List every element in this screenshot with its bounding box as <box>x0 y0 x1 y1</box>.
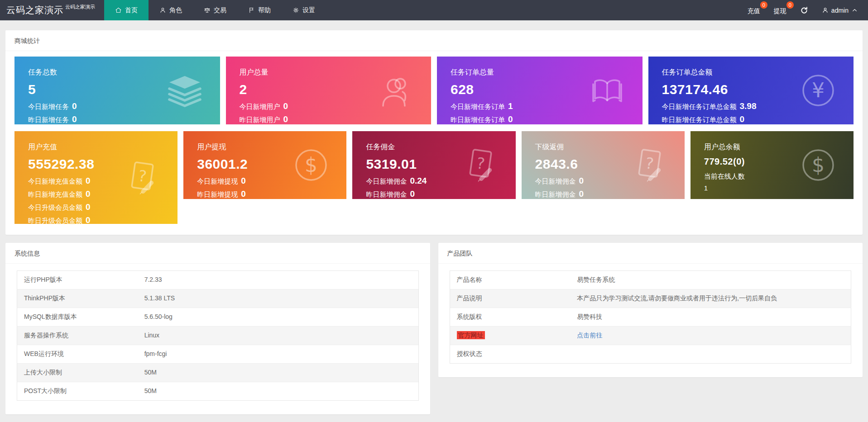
navbar-right: 充值 0 提现 0 admin <box>748 0 868 20</box>
withdraw-badge: 0 <box>786 1 794 9</box>
stat-line-label: 当前在线人数 <box>704 172 745 180</box>
row-label: ThinkPHP版本 <box>17 289 138 308</box>
system-info-title: 系统信息 <box>5 243 430 264</box>
row-label: WEB运行环境 <box>17 345 138 363</box>
menu-item-trade[interactable]: 交易 <box>193 0 237 20</box>
user-icon <box>159 7 166 14</box>
user-icon <box>378 72 414 109</box>
menu-label: 帮助 <box>258 6 271 14</box>
stat-line-label: 今日新增任务 <box>28 103 69 110</box>
row-label: 官方网址 <box>450 327 571 345</box>
stat-card-user-balance: 用户总余额 779.52(0) 当前在线人数 1 $ <box>691 131 854 199</box>
svg-text:?: ? <box>137 166 148 185</box>
stat-card-order-amount: 任务订单总金额 137174.46 今日新增任务订单总金额3.98 昨日新增任务… <box>648 57 854 124</box>
svg-text:$: $ <box>305 153 317 176</box>
row-label: POST大小限制 <box>17 382 138 400</box>
row-label: 授权状态 <box>450 345 571 363</box>
svg-text:$: $ <box>812 153 825 176</box>
svg-text:?: ? <box>475 154 485 173</box>
stat-line-label: 昨日新增佣金 <box>366 190 407 198</box>
chevron-up-icon <box>851 7 858 14</box>
stat-line-label: 昨日新增提现 <box>197 190 238 198</box>
row-label: 产品说明 <box>450 289 571 308</box>
recharge-badge: 0 <box>760 1 767 9</box>
system-info-table: 运行PHP版本 7.2.33 ThinkPHP版本 5.1.38 LTS MyS… <box>17 270 419 401</box>
doc-question-icon: ? <box>462 147 499 183</box>
product-team-table: 产品名称 易赞任务系统 产品说明 本产品只为学习测试交流,请勿要做商业或者用于违… <box>450 270 852 364</box>
row-label: 服务器操作系统 <box>17 327 138 345</box>
table-row: MySQL数据库版本 5.6.50-log <box>17 308 418 327</box>
stat-line-value: 1 <box>508 101 513 111</box>
row-value: 点击前往 <box>570 327 851 345</box>
book-icon <box>589 72 625 109</box>
flag-icon <box>248 7 255 14</box>
row-value: 5.6.50-log <box>138 308 418 326</box>
stat-line-label: 今日新增提现 <box>197 177 238 185</box>
row-value: 易赞任务系统 <box>570 271 851 289</box>
product-team-panel: 产品团队 产品名称 易赞任务系统 产品说明 本产品只为学习测试交流,请勿要做商业… <box>438 243 863 377</box>
table-row: 授权状态 <box>450 345 851 363</box>
recharge-button[interactable]: 充值 0 <box>748 5 760 15</box>
brand-logo[interactable]: 云码之家演示 云码之家演示 <box>0 0 101 20</box>
system-info-panel: 系统信息 运行PHP版本 7.2.33 ThinkPHP版本 5.1.38 LT… <box>5 243 430 414</box>
menu-item-role[interactable]: 角色 <box>149 0 193 20</box>
table-row: 产品说明 本产品只为学习测试交流,请勿要做商业或者用于违法行为,一切后果自负 <box>450 289 851 308</box>
withdraw-label: 提现 <box>774 7 786 14</box>
official-site-label: 官方网址 <box>457 331 485 339</box>
menu-item-home[interactable]: 首页 <box>104 0 149 20</box>
stat-line-value: 0 <box>740 114 745 124</box>
table-row: 系统版权 易赞科技 <box>450 308 851 327</box>
stat-line-value: 0 <box>508 114 513 124</box>
stat-card-task-total: 任务总数 5 今日新增任务0 昨日新增任务0 <box>14 57 220 124</box>
dollar-icon: $ <box>800 147 836 183</box>
table-row: 运行PHP版本 7.2.33 <box>17 271 418 289</box>
stat-line-label: 今日新增佣金 <box>535 177 576 185</box>
table-row: ThinkPHP版本 5.1.38 LTS <box>17 289 418 308</box>
brand-subtitle: 云码之家演示 <box>65 4 95 10</box>
stat-line-value: 0 <box>579 189 584 199</box>
row-value: 50M <box>138 364 418 382</box>
refresh-icon <box>800 6 808 14</box>
username: admin <box>831 7 849 14</box>
user-dropdown[interactable]: admin <box>822 7 858 14</box>
row-label: 运行PHP版本 <box>17 271 138 289</box>
row-value <box>570 345 851 363</box>
stat-card-user-recharge: 用户充值 555292.38 今日新增充值金额0 昨日新增充值金额0 今日升级会… <box>14 131 177 224</box>
product-team-title: 产品团队 <box>438 243 863 264</box>
menu-item-settings[interactable]: 设置 <box>282 0 326 20</box>
stat-line-label: 昨日新增任务订单总金额 <box>662 116 737 123</box>
stat-card-sub-rebate: 下级返佣 2843.6 今日新增佣金0 昨日新增佣金0 ? <box>522 131 685 199</box>
stat-line-label: 昨日新增佣金 <box>535 190 576 198</box>
row-label: MySQL数据库版本 <box>17 308 138 326</box>
row-value: 本产品只为学习测试交流,请勿要做商业或者用于违法行为,一切后果自负 <box>570 289 851 308</box>
stat-line-label: 昨日新增充值金额 <box>28 190 82 198</box>
menu-label: 设置 <box>302 6 315 14</box>
menu-item-help[interactable]: 帮助 <box>237 0 282 20</box>
table-row: POST大小限制 50M <box>17 382 418 400</box>
table-row: WEB运行环境 fpm-fcgi <box>17 345 418 364</box>
stat-line-value: 0.24 <box>410 176 427 185</box>
table-row: 服务器操作系统 Linux <box>17 327 418 345</box>
row-value: Linux <box>138 327 418 345</box>
stat-line-label: 今日新增充值金额 <box>28 177 82 185</box>
stat-line-label: 今日新增佣金 <box>366 177 407 185</box>
stat-card-user-withdraw: 用户提现 36001.2 今日新增提现0 昨日新增提现0 $ <box>183 131 346 199</box>
stat-line-value: 0 <box>72 114 77 124</box>
stat-line-value: 3.98 <box>740 101 757 111</box>
stat-line-label: 昨日新增任务订单 <box>451 116 505 123</box>
stat-line-label: 今日新增任务订单 <box>451 103 505 110</box>
stat-line-label: 1 <box>704 184 708 192</box>
menu-label: 角色 <box>169 6 182 14</box>
stat-line-label: 今日新增任务订单总金额 <box>662 103 737 110</box>
official-site-link[interactable]: 点击前往 <box>577 332 602 339</box>
stat-line-value: 0 <box>410 189 415 199</box>
user-icon <box>822 7 829 14</box>
refresh-button[interactable] <box>800 6 808 14</box>
stat-line-label: 昨日升级会员金额 <box>28 217 82 224</box>
row-label: 系统版权 <box>450 308 571 326</box>
stats-row-1: 任务总数 5 今日新增任务0 昨日新增任务0 用户总量 2 今日新增用户0 <box>14 57 854 124</box>
row-value: 50M <box>138 382 418 400</box>
stat-line-value: 0 <box>241 189 246 199</box>
stat-line-value: 0 <box>86 202 91 212</box>
withdraw-button[interactable]: 提现 0 <box>774 5 786 15</box>
